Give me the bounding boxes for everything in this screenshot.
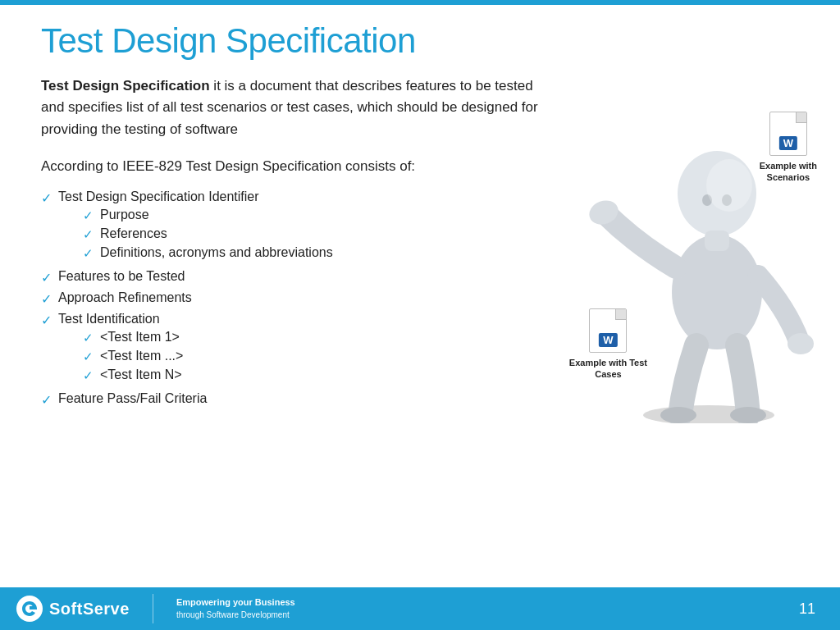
- footer-divider: [153, 594, 153, 623]
- check-icon-5: ✓: [41, 392, 52, 408]
- bullet-text-5: Feature Pass/Fail Criteria: [58, 391, 207, 406]
- svg-rect-3: [705, 231, 729, 251]
- bullet-text-2: Features to be Tested: [58, 269, 185, 284]
- 3d-figure: [561, 79, 824, 423]
- check-icon-purpose: ✓: [83, 208, 94, 223]
- bullet-item-5: ✓ Feature Pass/Fail Criteria: [41, 391, 468, 408]
- footer: SoftServe Empowering your Business throu…: [0, 587, 840, 630]
- sub-text-purpose: Purpose: [100, 208, 149, 222]
- check-icon-3: ✓: [41, 291, 52, 307]
- check-icon-test2: ✓: [83, 349, 94, 364]
- footer-tagline: Empowering your Business through Softwar…: [176, 596, 295, 620]
- softserve-logo: SoftServe: [16, 596, 130, 622]
- logo-circle: [16, 596, 43, 622]
- bullet-item-1: ✓ Test Design Specification Identifier ✓…: [41, 189, 468, 264]
- check-icon-test1: ✓: [83, 331, 94, 345]
- main-bullet-list: ✓ Test Design Specification Identifier ✓…: [41, 189, 468, 408]
- svg-point-10: [706, 159, 752, 212]
- bullet-item-4: ✓ Test Identification ✓ <Test Item 1> ✓ …: [41, 312, 468, 386]
- svg-point-6: [660, 407, 696, 423]
- check-icon-4: ✓: [41, 313, 52, 328]
- sub-text-definitions: Definitions, acronyms and abbreviations: [100, 245, 333, 260]
- svg-point-7: [730, 407, 766, 423]
- svg-point-5: [788, 333, 814, 354]
- sub-item-references: ✓ References: [83, 226, 333, 242]
- sub-item-test1: ✓ <Test Item 1>: [83, 330, 183, 345]
- slide-number: 11: [799, 600, 815, 618]
- sub-list-1: ✓ Purpose ✓ References ✓ Definitions, ac…: [83, 208, 333, 261]
- svg-point-1: [672, 235, 762, 349]
- bullet-text-1: Test Design Specification Identifier: [58, 189, 259, 203]
- sub-item-testn: ✓ <Test Item N>: [83, 368, 183, 383]
- logo-text: SoftServe: [49, 600, 130, 619]
- content-area: Test Design Specification Test Design Sp…: [0, 5, 840, 587]
- tagline-line2: through Software Development: [176, 609, 295, 621]
- sub-text-references: References: [100, 226, 167, 241]
- intro-bold: Test Design Specification: [41, 78, 210, 94]
- sub-text-test2: <Test Item ...>: [100, 349, 183, 363]
- check-icon-2: ✓: [41, 270, 52, 285]
- slide: Test Design Specification Test Design Sp…: [0, 0, 840, 630]
- sub-item-test2: ✓ <Test Item ...>: [83, 349, 183, 364]
- bullet-item-2: ✓ Features to be Tested: [41, 269, 468, 285]
- footer-logo-area: SoftServe Empowering your Business throu…: [16, 594, 799, 623]
- intro-paragraph: Test Design Specification it is a docume…: [41, 75, 550, 140]
- sub-text-testn: <Test Item N>: [100, 368, 182, 382]
- check-icon-references: ✓: [83, 227, 94, 242]
- tagline-line1: Empowering your Business: [176, 596, 295, 609]
- sub-list-4: ✓ <Test Item 1> ✓ <Test Item ...> ✓ <Tes…: [83, 330, 183, 383]
- ieee-text: According to IEEE-829 Test Design Specif…: [41, 158, 550, 175]
- bullet-text-4: Test Identification: [58, 312, 160, 326]
- bullet-item-3: ✓ Approach Refinements: [41, 290, 468, 307]
- check-icon-testn: ✓: [83, 368, 94, 383]
- bullet-text-3: Approach Refinements: [58, 290, 192, 305]
- check-icon-definitions: ✓: [83, 246, 94, 261]
- slide-title: Test Design Specification: [41, 21, 799, 61]
- check-icon-1: ✓: [41, 190, 52, 206]
- sub-text-test1: <Test Item 1>: [100, 330, 180, 345]
- sub-item-purpose: ✓ Purpose: [83, 208, 333, 223]
- sub-item-definitions: ✓ Definitions, acronyms and abbreviation…: [83, 245, 333, 261]
